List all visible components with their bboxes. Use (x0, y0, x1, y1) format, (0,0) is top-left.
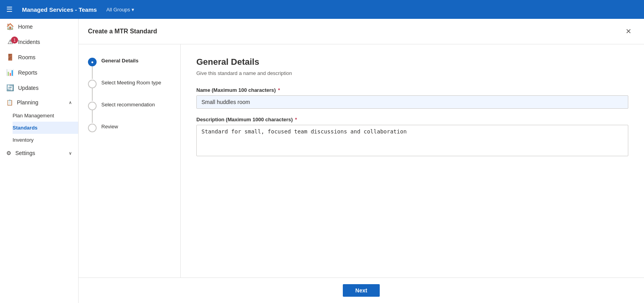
settings-expand-icon: ∨ (69, 151, 72, 156)
name-field-wrapper: Name (Maximum 100 characters) * (196, 87, 628, 109)
step-connector-1 (92, 66, 93, 79)
group-selector[interactable]: All Groups ▾ (106, 7, 135, 13)
sidebar-item-planning[interactable]: 📋 Planning ∧ (0, 95, 78, 110)
updates-icon: 🔄 (6, 84, 14, 91)
top-header: ☰ Managed Services - Teams All Groups ▾ (0, 0, 644, 19)
sidebar-label-planning: Planning (17, 99, 38, 106)
modal-title: Create a MTR Standard (88, 28, 157, 35)
sidebar-item-inventory[interactable]: Inventory (13, 134, 78, 146)
desc-required-indicator: * (295, 117, 297, 122)
modal-overlay: Create a MTR Standard ✕ ● General Detail… (79, 19, 644, 303)
description-textarea[interactable] (196, 125, 628, 156)
sidebar-label-incidents: Incidents (18, 39, 40, 45)
sidebar-item-reports[interactable]: 📊 Reports (0, 65, 78, 80)
form-subtitle: Give this standard a name and descriptio… (196, 70, 628, 76)
sidebar-item-plan-management[interactable]: Plan Management (13, 110, 78, 122)
step-label-review: Review (101, 123, 118, 130)
name-input[interactable] (196, 95, 628, 109)
reports-icon: 📊 (6, 69, 14, 76)
modal-header: Create a MTR Standard ✕ (79, 19, 644, 44)
modal-panel: Create a MTR Standard ✕ ● General Detail… (79, 19, 644, 303)
form-area: General Details Give this standard a nam… (181, 44, 644, 277)
wizard-step-review: Review (88, 123, 171, 132)
planning-submenu: Plan Management Standards Inventory (0, 110, 78, 146)
sidebar-item-incidents[interactable]: ⚠ Incidents 1 (0, 34, 78, 49)
form-heading: General Details (196, 57, 628, 67)
sidebar-item-standards[interactable]: Standards (13, 122, 78, 134)
modal-close-button[interactable]: ✕ (622, 25, 635, 38)
settings-icon: ⚙ (6, 150, 11, 156)
sidebar-label-rooms: Rooms (18, 54, 35, 60)
step-label-general-details: General Details (101, 57, 139, 64)
rooms-icon: 🚪 (6, 53, 14, 61)
wizard-step-select-recommendation: Select recommendation (88, 101, 171, 110)
sidebar-label-reports: Reports (18, 69, 37, 76)
modal-body: ● General Details Select Meeting Room ty… (79, 44, 644, 277)
sidebar-label-home: Home (18, 24, 33, 30)
sidebar-label-plan-management: Plan Management (13, 113, 54, 119)
sidebar-label-standards: Standards (13, 125, 38, 131)
step-circle-select-meeting-room (88, 80, 97, 88)
step-circle-review (88, 124, 97, 132)
step-label-select-meeting-room: Select Meeting Room type (101, 79, 161, 86)
step-connector-2 (92, 88, 93, 101)
group-selector-label: All Groups (106, 7, 130, 13)
step-label-select-recommendation: Select recommendation (101, 101, 155, 108)
step-connector-3 (92, 110, 93, 123)
sidebar-item-rooms[interactable]: 🚪 Rooms (0, 49, 78, 65)
main-layout: 🏠 Home ⚠ Incidents 1 🚪 Rooms 📊 Reports 🔄… (0, 19, 644, 303)
modal-footer: Next (79, 277, 644, 303)
name-label: Name (Maximum 100 characters) * (196, 87, 628, 93)
home-icon: 🏠 (6, 23, 14, 30)
planning-expand-icon: ∧ (69, 100, 72, 105)
next-button[interactable]: Next (343, 284, 380, 297)
name-required-indicator: * (278, 87, 280, 93)
wizard-step-select-meeting-room: Select Meeting Room type (88, 79, 171, 88)
sidebar-item-home[interactable]: 🏠 Home (0, 19, 78, 34)
wizard-steps: ● General Details Select Meeting Room ty… (79, 44, 181, 277)
planning-icon: 📋 (6, 99, 13, 106)
sidebar-label-settings: Settings (15, 150, 35, 156)
step-circle-general-details: ● (88, 58, 97, 66)
content-area: Standards Review and curate your MTR sta… (79, 19, 644, 303)
hamburger-icon[interactable]: ☰ (6, 5, 13, 14)
sidebar-item-settings[interactable]: ⚙ Settings ∨ (0, 146, 78, 160)
incidents-badge: 1 (11, 37, 18, 44)
step-wrapper: ● General Details Select Meeting Room ty… (88, 57, 171, 132)
app-title: Managed Services - Teams (22, 6, 97, 13)
group-selector-chevron: ▾ (132, 7, 134, 13)
step-circle-select-recommendation (88, 102, 97, 110)
sidebar: 🏠 Home ⚠ Incidents 1 🚪 Rooms 📊 Reports 🔄… (0, 19, 79, 303)
sidebar-label-updates: Updates (18, 85, 38, 91)
description-label: Description (Maximum 1000 characters) * (196, 117, 628, 122)
wizard-step-general-details: ● General Details (88, 57, 171, 66)
sidebar-item-updates[interactable]: 🔄 Updates (0, 80, 78, 95)
description-field-wrapper: Description (Maximum 1000 characters) * (196, 117, 628, 157)
sidebar-label-inventory: Inventory (13, 137, 33, 143)
